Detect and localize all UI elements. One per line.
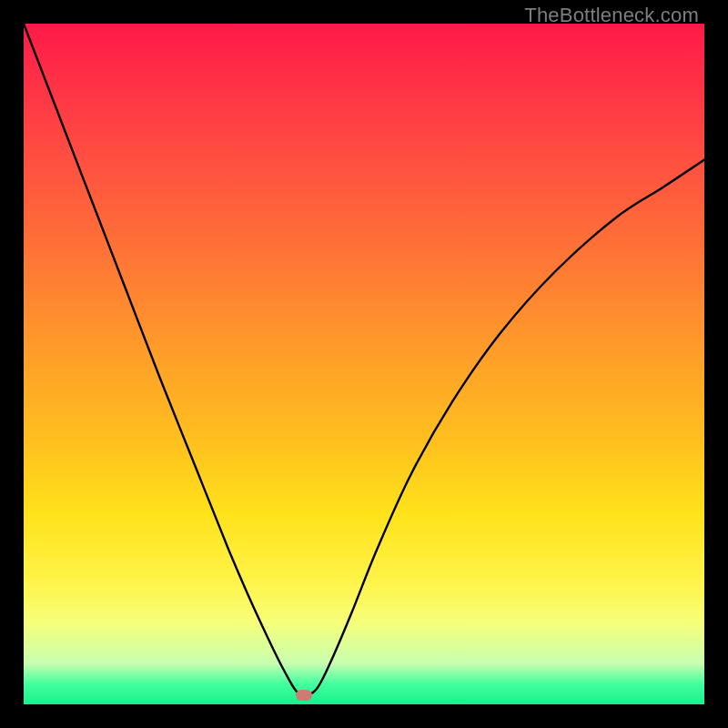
chart-frame: TheBottleneck.com xyxy=(0,0,728,728)
bottleneck-curve xyxy=(24,24,704,704)
optimum-marker xyxy=(296,690,312,701)
curve-path xyxy=(24,24,704,695)
plot-area xyxy=(24,24,704,704)
